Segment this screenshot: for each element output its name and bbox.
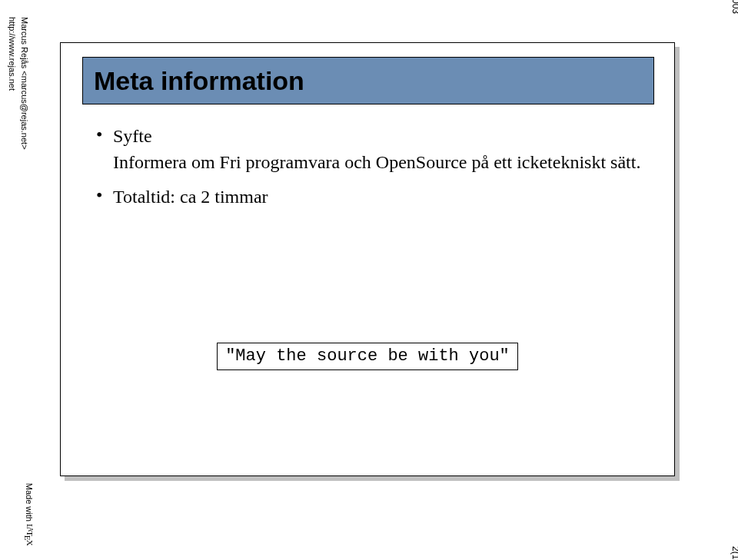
left-rail: Marcus Rejås <marcus@rejas.net> http://w… [0, 0, 40, 560]
list-item: Syfte Informera om Fri programvara och O… [93, 126, 647, 174]
author-url: http://www.rejas.net [8, 17, 17, 91]
slide-body: Syfte Informera om Fri programvara och O… [93, 126, 647, 220]
quote-box: "May the source be with you" [217, 343, 518, 370]
author-line: Marcus Rejås <marcus@rejas.net> [20, 17, 29, 150]
item-label: Syfte [113, 126, 647, 147]
item-label: Totaltid: ca 2 timmar [113, 187, 647, 207]
made-with-line: Made with LATEX [23, 483, 35, 546]
right-rail: Öppen/Fri programvara, 19 januari 2003 2… [707, 0, 738, 560]
list-item: Totaltid: ca 2 timmar [93, 187, 647, 207]
slide: Meta information Syfte Informera om Fri … [60, 42, 675, 476]
slide-title-bar: Meta information [82, 57, 654, 104]
presentation-header: Öppen/Fri programvara, 19 januari 2003 [730, 0, 738, 14]
latex-logo: LATEX [25, 524, 34, 546]
item-subtext: Informera om Fri programvara och OpenSou… [113, 150, 647, 174]
made-with-prefix: Made with [25, 483, 34, 524]
quote-wrapper: "May the source be with you" [61, 343, 674, 370]
page-number: 2(13) [730, 546, 738, 560]
slide-frame: Meta information Syfte Informera om Fri … [60, 42, 675, 476]
slide-title: Meta information [94, 66, 304, 96]
